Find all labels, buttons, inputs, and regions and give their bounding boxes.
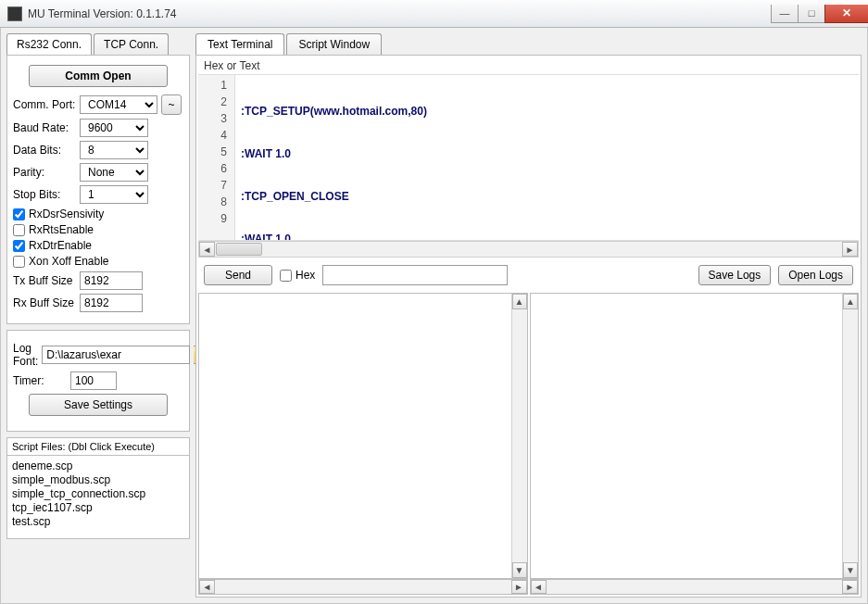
comm-port-label: Comm. Port:: [13, 98, 76, 111]
script-files-header: Script Files: (Dbl Click Execute): [6, 437, 190, 456]
txbuf-input[interactable]: [80, 271, 143, 290]
scroll-right-icon[interactable]: ►: [842, 242, 858, 257]
data-bits-label: Data Bits:: [13, 144, 76, 157]
hex-label: Hex: [296, 269, 315, 282]
stop-bits-label: Stop Bits:: [13, 188, 76, 201]
comm-port-select[interactable]: COM14: [80, 95, 157, 114]
script-files-list[interactable]: deneme.scp simple_modbus.scp simple_tcp_…: [6, 456, 190, 539]
hscrollbar[interactable]: ◄►: [198, 579, 528, 595]
timer-input[interactable]: [70, 371, 117, 390]
xon-label: Xon Xoff Enable: [29, 255, 109, 268]
close-button[interactable]: ✕: [824, 5, 868, 23]
logfont-label: Log Font:: [13, 342, 38, 368]
scroll-left-icon[interactable]: ◄: [199, 242, 215, 257]
minimize-icon: —: [780, 7, 790, 19]
close-icon: ✕: [842, 6, 851, 19]
code-editor[interactable]: 123456789 :TCP_SETUP(www.hotmail.com,80)…: [198, 74, 859, 241]
tab-script-window[interactable]: Script Window: [286, 33, 382, 55]
list-item[interactable]: simple_tcp_connection.scp: [12, 487, 184, 500]
baud-rate-select[interactable]: 9600: [80, 119, 148, 137]
maximize-icon: □: [809, 7, 815, 19]
vscrollbar[interactable]: ▲ ▼: [842, 294, 858, 578]
comm-open-button[interactable]: Comm Open: [29, 65, 168, 87]
rxdsr-checkbox[interactable]: [13, 208, 25, 220]
rxdtr-checkbox[interactable]: [13, 240, 25, 252]
send-input[interactable]: [322, 265, 508, 285]
comm-scan-button[interactable]: ~: [161, 94, 182, 115]
data-bits-select[interactable]: 8: [80, 141, 148, 159]
line-gutter: 123456789: [198, 75, 235, 240]
scroll-down-icon[interactable]: ▼: [843, 562, 858, 578]
list-item[interactable]: simple_modbus.scp: [12, 473, 184, 486]
vscrollbar[interactable]: ▲ ▼: [511, 294, 527, 578]
output-pane-right[interactable]: ▲ ▼: [530, 293, 860, 579]
autocomplete-dropdown[interactable]: :SEND_HEX_CRC(01 03 00 02 00 02 ) :COMM_…: [326, 228, 663, 240]
minimize-button[interactable]: —: [771, 5, 799, 23]
save-logs-button[interactable]: Save Logs: [698, 265, 772, 285]
code-area[interactable]: :TCP_SETUP(www.hotmail.com,80) :WAIT 1.0…: [235, 75, 859, 240]
maximize-button[interactable]: □: [798, 5, 825, 23]
list-item[interactable]: deneme.scp: [12, 459, 184, 472]
scroll-right-icon[interactable]: ►: [511, 580, 527, 594]
scroll-up-icon[interactable]: ▲: [843, 294, 858, 309]
code-line[interactable]: :TCP_OPEN_CLOSE: [241, 188, 853, 205]
timer-label: Timer:: [13, 374, 67, 387]
tab-rs232[interactable]: Rs232 Conn.: [6, 33, 92, 55]
rxdsr-label: RxDsrSensivity: [29, 208, 104, 220]
hex-checkbox[interactable]: [280, 270, 292, 282]
hex-or-text-label: Hex or Text: [198, 57, 859, 74]
editor-hscrollbar[interactable]: ◄ ►: [198, 241, 859, 258]
code-line[interactable]: :WAIT 1.0: [241, 145, 853, 162]
app-icon: [7, 6, 22, 21]
rxdtr-label: RxDtrEnable: [29, 239, 92, 252]
scroll-down-icon[interactable]: ▼: [512, 562, 527, 578]
parity-label: Parity:: [13, 166, 76, 179]
hscrollbar[interactable]: ◄►: [530, 579, 860, 595]
open-logs-button[interactable]: Open Logs: [778, 265, 853, 285]
parity-select[interactable]: None: [80, 163, 148, 182]
scroll-left-icon[interactable]: ◄: [199, 580, 215, 594]
rxrts-checkbox[interactable]: [13, 224, 25, 236]
output-pane-left[interactable]: ▲ ▼: [198, 293, 528, 579]
code-line[interactable]: :TCP_SETUP(www.hotmail.com,80): [241, 103, 853, 120]
tab-text-terminal[interactable]: Text Terminal: [195, 33, 284, 55]
baud-rate-label: Baud Rate:: [13, 121, 76, 134]
xon-checkbox[interactable]: [13, 256, 25, 268]
save-settings-button[interactable]: Save Settings: [29, 394, 168, 416]
scroll-up-icon[interactable]: ▲: [512, 294, 527, 309]
scroll-left-icon[interactable]: ◄: [531, 580, 547, 594]
rxbuf-input[interactable]: [80, 294, 143, 312]
txbuf-label: Tx Buff Size: [13, 274, 76, 287]
scroll-right-icon[interactable]: ►: [842, 580, 858, 594]
logfont-input[interactable]: [42, 346, 190, 364]
window-title: MU Terminal Version: 0.1.1.74: [28, 7, 771, 20]
rxrts-label: RxRtsEnable: [29, 223, 94, 236]
list-item[interactable]: tcp_iec1107.scp: [12, 501, 184, 514]
title-bar: MU Terminal Version: 0.1.1.74 — □ ✕: [0, 0, 868, 28]
send-button[interactable]: Send: [204, 265, 272, 285]
rxbuf-label: Rx Buff Size: [13, 296, 76, 309]
list-item[interactable]: test.scp: [12, 515, 184, 528]
tab-tcp[interactable]: TCP Conn.: [94, 33, 169, 55]
stop-bits-select[interactable]: 1: [80, 185, 148, 204]
scroll-thumb[interactable]: [216, 243, 262, 256]
